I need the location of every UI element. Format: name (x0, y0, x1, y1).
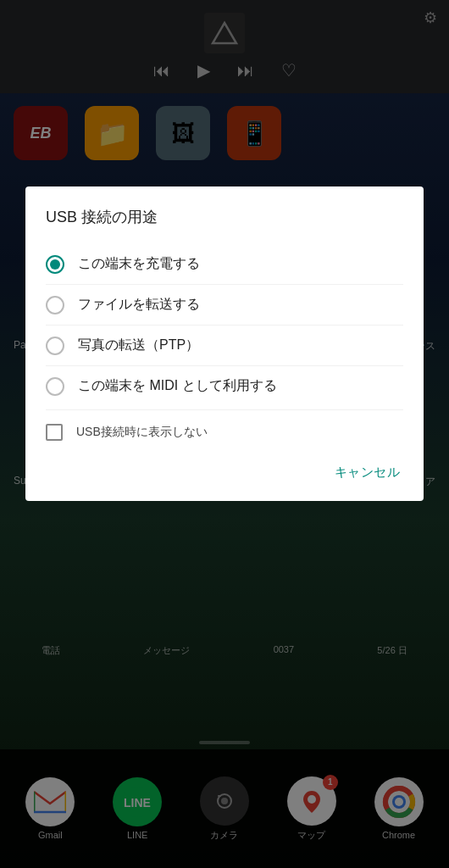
option-midi-label: この端末を MIDI として利用する (78, 376, 277, 395)
option-file[interactable]: ファイルを転送する (46, 284, 403, 325)
option-ptp[interactable]: 写真の転送（PTP） (46, 325, 403, 365)
checkbox-label: USB接続時に表示しない (76, 425, 208, 440)
usb-dialog: USB 接続の用途 この端末を充電する ファイルを転送する 写真の転送（PTP）… (25, 186, 424, 501)
option-file-label: ファイルを転送する (78, 295, 200, 314)
radio-midi (46, 377, 64, 396)
option-ptp-label: 写真の転送（PTP） (78, 336, 199, 354)
checkbox-row[interactable]: USB接続時に表示しない (46, 409, 403, 448)
cancel-button[interactable]: キャンセル (331, 458, 404, 487)
radio-file (46, 296, 64, 314)
dialog-actions: キャンセル (46, 448, 403, 487)
option-charge-label: この端末を充電する (78, 254, 200, 273)
dialog-title: USB 接続の用途 (46, 207, 403, 227)
option-midi[interactable]: この端末を MIDI として利用する (46, 365, 403, 406)
radio-ptp (46, 337, 64, 355)
checkbox-usb-hide (46, 424, 63, 441)
option-charge[interactable]: この端末を充電する (46, 244, 403, 284)
radio-charge (46, 255, 64, 274)
